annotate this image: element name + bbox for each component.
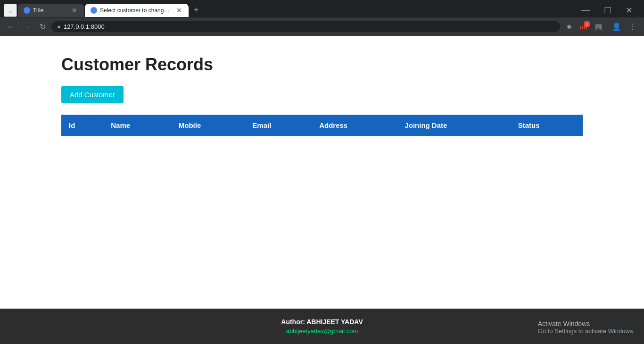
profile-button[interactable]: 👤: [609, 20, 624, 33]
profile-badge-button[interactable]: ud 1: [577, 21, 590, 33]
col-address: Address: [312, 115, 397, 136]
extensions-button[interactable]: ▦: [592, 20, 605, 33]
tab-2-title: Select customer to change | Dj: [100, 7, 173, 14]
col-joining-date: Joining Date: [397, 115, 510, 136]
activate-sub: Go to Settings to activate Windows.: [538, 327, 635, 335]
page-title: Customer Records: [61, 55, 583, 75]
nav-divider: [607, 22, 607, 32]
nav-bar: ← → ↻ ● 127.0.0.1:8000 ★ ud 1 ▦ 👤 ⋮: [0, 17, 644, 36]
address-bar[interactable]: ● 127.0.0.1:8000: [51, 21, 560, 32]
new-tab-button[interactable]: +: [190, 3, 203, 17]
col-status: Status: [511, 115, 583, 136]
col-id: Id: [61, 115, 103, 136]
customer-table: Id Name Mobile Email Address Joining Dat…: [61, 115, 583, 136]
browser-chrome: ⌄ Title ✕ Select customer to change | Dj…: [0, 0, 644, 36]
col-mobile: Mobile: [171, 115, 245, 136]
reload-button[interactable]: ↻: [37, 20, 49, 33]
bookmark-button[interactable]: ★: [563, 20, 575, 33]
table-header-row: Id Name Mobile Email Address Joining Dat…: [61, 115, 583, 136]
col-email: Email: [245, 115, 312, 136]
lock-icon: ●: [57, 23, 61, 30]
tab-2-favicon: [91, 7, 97, 14]
nav-actions: ★ ud 1 ▦ 👤 ⋮: [563, 20, 639, 33]
tab-2-close-icon[interactable]: ✕: [175, 7, 183, 14]
tab-arrow-button[interactable]: ⌄: [4, 4, 17, 17]
browser-tab-2[interactable]: Select customer to change | Dj ✕: [85, 4, 189, 17]
activate-title: Activate Windows: [538, 320, 635, 327]
add-customer-button[interactable]: Add Customer: [61, 86, 124, 103]
window-controls: — ☐ ✕: [575, 3, 640, 17]
browser-tab-1[interactable]: Title ✕: [18, 4, 84, 17]
tab-1-title: Title: [33, 7, 68, 14]
page-content: Customer Records Add Customer Id Name Mo…: [0, 36, 644, 309]
forward-button[interactable]: →: [21, 21, 34, 33]
footer-wrapper: Author: ABHIJEET YADAV abhijeetyadav@gma…: [0, 309, 644, 344]
maximize-button[interactable]: ☐: [597, 3, 618, 17]
activate-windows-notice: Activate Windows Go to Settings to activ…: [538, 320, 635, 335]
menu-button[interactable]: ⋮: [626, 20, 639, 33]
address-text: 127.0.0.1:8000: [64, 23, 105, 30]
table-header: Id Name Mobile Email Address Joining Dat…: [61, 115, 583, 136]
tab-1-favicon: [24, 7, 30, 14]
tab-1-close-icon[interactable]: ✕: [71, 7, 78, 14]
minimize-button[interactable]: —: [575, 3, 596, 17]
col-name: Name: [103, 115, 171, 136]
notification-badge: 1: [584, 21, 590, 27]
close-button[interactable]: ✕: [619, 3, 639, 17]
tab-bar: ⌄ Title ✕ Select customer to change | Dj…: [0, 0, 644, 17]
back-button[interactable]: ←: [5, 21, 18, 33]
